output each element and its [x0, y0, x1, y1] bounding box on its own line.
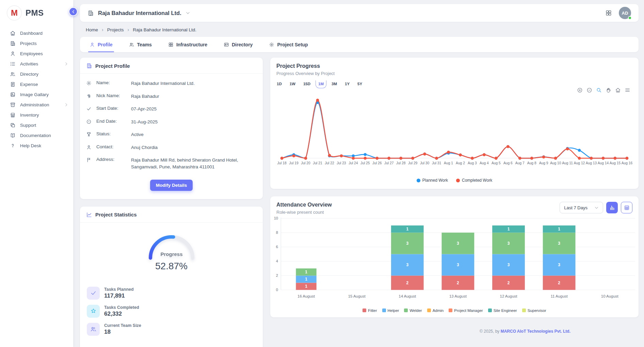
user-avatar[interactable]: AD: [619, 7, 631, 19]
x-axis-label: Jul 18: [277, 161, 287, 165]
field-label: End Date:: [96, 119, 126, 124]
sidebar-item-image-gallery[interactable]: Image Gallary: [0, 89, 73, 100]
table-view-button[interactable]: [621, 202, 632, 213]
modify-details-button[interactable]: Modify Details: [150, 180, 193, 191]
online-status-dot: [628, 16, 632, 20]
range-1w[interactable]: 1W: [289, 81, 296, 87]
gear-icon: [86, 80, 92, 86]
x-axis-label: 16 August: [297, 295, 315, 299]
sidebar-item-label: Documentation: [20, 133, 51, 138]
data-point: [411, 157, 414, 160]
range-1m[interactable]: 1M: [318, 81, 324, 87]
legend-marker: [449, 308, 452, 312]
data-point: [423, 153, 426, 156]
legend-label: Admin: [433, 308, 444, 313]
breadcrumb-home[interactable]: Home: [86, 27, 98, 32]
tab-label: Teams: [137, 42, 152, 47]
range-1y[interactable]: 1Y: [344, 81, 350, 87]
tab-infrastructure[interactable]: Infrastructure: [168, 37, 207, 52]
zoom-out-icon[interactable]: [586, 87, 592, 93]
legend-item[interactable]: Fitter: [363, 308, 377, 313]
chevron-down-icon: [594, 206, 599, 210]
legend-label: Completed Work: [462, 178, 492, 183]
sidebar-item-dashboard[interactable]: Dashboard: [0, 28, 73, 38]
range-select-value: Last 7 Days: [564, 205, 587, 210]
data-point: [483, 153, 486, 156]
sidebar-item-inventory[interactable]: Inventory: [0, 110, 73, 120]
apps-grid-icon[interactable]: [605, 10, 612, 16]
field-status: Status: Active: [86, 128, 257, 141]
sidebar-item-help-desk[interactable]: Help Desk: [0, 140, 73, 151]
field-value: Anuj Chordia: [131, 144, 257, 151]
sidebar-item-employees[interactable]: Employees: [0, 48, 73, 59]
x-axis-label: Jul 29: [408, 161, 418, 165]
bar-chart-legend: FitterHelperWelderAdminProject ManagerSi…: [270, 306, 639, 317]
sidebar-item-administration[interactable]: Administration: [0, 100, 73, 110]
company-selector[interactable]: Raja Bahadur International Ltd.: [87, 10, 190, 16]
stat-value: 62,332: [104, 311, 139, 317]
chevron-down-icon: [186, 11, 190, 15]
range-3m[interactable]: 3M: [331, 81, 337, 87]
gauge-label: Progress: [160, 251, 182, 257]
tab-label: Project Setup: [277, 42, 308, 47]
legend-item[interactable]: Site Engineer: [488, 308, 517, 313]
data-point: [506, 145, 510, 148]
selection-zoom-icon[interactable]: [596, 87, 602, 93]
tab-directory[interactable]: Directory: [224, 37, 253, 52]
sidebar-item-label: Employees: [20, 51, 43, 56]
range-select[interactable]: Last 7 Days: [560, 202, 603, 213]
sidebar-item-directory[interactable]: Directory: [0, 69, 73, 79]
legend-item[interactable]: Admin: [427, 308, 444, 313]
sidebar-item-projects[interactable]: Projects: [0, 38, 73, 48]
progress-gauge: Progress 52.87%: [80, 223, 263, 272]
tab-profile[interactable]: Profile: [90, 37, 113, 52]
sidebar-item-expense[interactable]: Expense: [0, 79, 73, 89]
bar-value-label: 3: [406, 263, 408, 268]
data-point: [364, 157, 367, 160]
footer-text: © 2025, by: [480, 329, 501, 334]
tab-project-setup[interactable]: Project Setup: [269, 37, 308, 52]
legend-item[interactable]: Supervisor: [522, 308, 546, 313]
legend-marker: [363, 308, 366, 312]
x-axis-label: Jul 31: [432, 161, 441, 165]
sidebar-item-support[interactable]: Support: [0, 120, 73, 130]
legend-item[interactable]: Planned Work: [417, 178, 448, 183]
range-15d[interactable]: 15D: [303, 81, 311, 87]
zoom-in-icon[interactable]: [577, 87, 583, 93]
field-label: Status:: [96, 131, 126, 136]
sidebar-collapse-button[interactable]: [69, 7, 78, 16]
reset-home-icon[interactable]: [615, 87, 621, 93]
check-tile: [87, 287, 100, 300]
data-point: [518, 157, 521, 160]
field-value: 31-Aug-2025: [131, 119, 257, 125]
grid-icon: [168, 42, 174, 47]
breadcrumb-projects[interactable]: Projects: [107, 27, 124, 32]
chart-menu-icon[interactable]: [625, 87, 630, 93]
x-axis-label: 14 August: [399, 295, 416, 299]
footer-company-link[interactable]: MARCO AIoT Technologies Pvt. Ltd.: [501, 329, 570, 334]
data-point: [447, 151, 450, 154]
data-point: [352, 157, 355, 160]
tab-teams[interactable]: Teams: [129, 37, 152, 52]
legend-item[interactable]: Project Manager: [449, 308, 483, 313]
bar-value-label: 3: [457, 241, 459, 246]
range-5y[interactable]: 5Y: [357, 81, 363, 87]
legend-item[interactable]: Completed Work: [456, 178, 492, 183]
range-1d[interactable]: 1D: [276, 81, 282, 87]
app-logo[interactable]: M PMS: [0, 0, 73, 26]
stat-rows: Tasks Planned 117,891 Tasks Completed 62…: [80, 272, 263, 347]
legend-item[interactable]: Helper: [382, 308, 399, 313]
field-label: Start Date:: [96, 106, 126, 111]
stat-value: 117,891: [104, 292, 134, 299]
left-column: Project Profile Name: Raja Bahadur Inter…: [80, 58, 263, 347]
y-axis-label: 6: [276, 245, 278, 249]
logo-letter: M: [11, 8, 18, 18]
bar-view-button[interactable]: [606, 202, 618, 213]
sidebar-item-activities[interactable]: Activities: [0, 59, 73, 69]
bar-value-label: 1: [305, 277, 307, 282]
pan-hand-icon[interactable]: [606, 87, 611, 93]
modify-row: Modify Details: [80, 175, 263, 199]
sidebar-item-documentation[interactable]: Documentation: [0, 130, 73, 140]
sidebar-item-label: Administration: [20, 102, 49, 107]
legend-item[interactable]: Welder: [404, 308, 422, 313]
